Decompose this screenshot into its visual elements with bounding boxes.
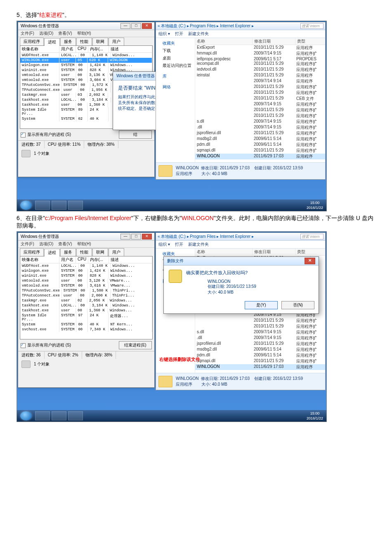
menu-options[interactable]: 选项(O) (39, 241, 53, 247)
tab-network[interactable]: 联网 (92, 38, 108, 45)
file-row[interactable]: 2010/11/21 5:29应用程序扩 (195, 324, 325, 330)
tab-users[interactable]: 用户 (109, 248, 124, 256)
file-row[interactable]: ExtExport2010/11/21 5:29应用程序 (195, 45, 325, 51)
file-row[interactable]: s.dll2009/7/14 9:15应用程序扩 (195, 119, 325, 125)
maximize-button[interactable]: □ (131, 23, 141, 29)
tab-network[interactable]: 联网 (92, 248, 108, 256)
process-row[interactable]: WINLOGON.exeuser05620 KWINLOGON (20, 58, 152, 63)
start-button[interactable] (20, 201, 32, 210)
search-input[interactable]: 搜索 Intern (300, 234, 324, 240)
col-desc[interactable]: 描述 (109, 46, 152, 52)
file-row[interactable]: .dll2009/7/14 9:15应用程序扩 (195, 335, 325, 341)
file-row[interactable]: pdm.dll2009/6/11 5:14应用程序扩 (195, 142, 325, 148)
col-name[interactable]: 名称 (195, 38, 253, 45)
tab-processes[interactable]: 进程 (44, 38, 60, 46)
file-row[interactable]: s.dll2009/7/14 9:15应用程序扩 (195, 330, 325, 335)
file-row[interactable]: msdbg2.dll2009/6/11 5:14应用程序扩 (195, 347, 325, 353)
process-row[interactable]: vmtoolsd.exeSYSTEM003,616 KVMware... (20, 283, 152, 288)
process-row[interactable]: wininit.exeSYSTEM00828 KWindows... (20, 273, 152, 278)
maximize-button[interactable]: □ (131, 234, 141, 240)
process-row[interactable]: SystemSYSTEM0040 KNT Kern... (20, 322, 152, 327)
tab-apps[interactable]: 应用程序 (20, 38, 44, 45)
menu-options[interactable]: 选项(O) (39, 31, 53, 36)
taskbar-item[interactable] (52, 411, 66, 420)
menu-view[interactable]: 查看(V) (58, 31, 72, 36)
menu-help[interactable]: 帮助(H) (77, 241, 91, 247)
tab-users[interactable]: 用户 (109, 38, 124, 45)
process-row[interactable]: vmtoolsd.exeuser003,120 KVMware... (20, 278, 152, 283)
col-cpu[interactable]: CPU (76, 46, 88, 52)
file-row[interactable]: 2010/11/21 5:29应用程序扩 (195, 318, 325, 324)
nav-network[interactable]: 网络 (157, 83, 194, 91)
nav-desktop[interactable]: 桌面 (157, 55, 194, 62)
nav-libraries[interactable]: 库 (157, 73, 194, 80)
col-user[interactable]: 用户名 (59, 46, 76, 52)
file-row[interactable]: hmmapi.dll2009/7/14 9:15应用程序扩 (195, 51, 325, 57)
process-row[interactable]: TPAutoConnSvc.exeSYSTEM001,580 KThinPri.… (20, 288, 152, 293)
tab-processes[interactable]: 进程 (44, 249, 60, 256)
tab-services[interactable]: 服务 (60, 38, 76, 45)
minimize-button[interactable]: — (120, 23, 130, 29)
show-all-checkbox[interactable] (21, 343, 26, 348)
file-row[interactable]: 2010/11/21 5:29应用程序扩 (195, 90, 325, 96)
tray-clock[interactable]: 15:002016/1/22 (303, 411, 326, 421)
file-row[interactable]: jsprofilerui.dll2010/11/21 5:29应用程序扩 (195, 130, 325, 136)
close-button[interactable]: ✕ (142, 23, 152, 29)
menu-file[interactable]: 文件(F) (21, 31, 34, 36)
breadcrumb[interactable]: « 本地磁盘 (C:) ▸ Program Files ▸ Internet E… (158, 23, 254, 29)
organize-button[interactable]: 组织 ▾ (158, 31, 170, 37)
process-row[interactable]: svchost.exeSYSTEM007,340 KWindows... (20, 327, 152, 332)
search-input[interactable]: 搜索 Intern (300, 23, 324, 29)
nav-recent[interactable]: 最近访问的位置 (157, 62, 194, 69)
end-process-button[interactable]: 结束进程(E) (119, 341, 152, 349)
process-row[interactable]: taskhost.exeLOCAL..003,184 KWindows... (20, 303, 152, 308)
open-button[interactable]: 打开 (175, 31, 183, 37)
file-row[interactable]: iedvtool.dll2010/11/21 5:29应用程序扩 (195, 67, 325, 73)
taskbar-item[interactable] (52, 201, 66, 210)
process-row[interactable]: winlogon.exeSYSTEM001,424 KWindows... (20, 268, 152, 273)
file-row[interactable]: pdm.dll2009/6/11 5:14应用程序扩 (195, 353, 325, 358)
menu-view[interactable]: 查看(V) (58, 241, 72, 247)
nav-downloads[interactable]: 下载 (157, 47, 194, 55)
file-row[interactable]: msdbg2.dll2009/6/11 5:14应用程序扩 (195, 136, 325, 142)
minimize-button[interactable]: — (120, 234, 130, 240)
file-row[interactable]: sqmapi.dll2010/11/21 5:29应用程序扩 (195, 358, 325, 364)
file-row[interactable]: .dll2009/7/14 9:15应用程序扩 (195, 125, 325, 130)
taskbar-item[interactable] (68, 201, 83, 210)
file-row[interactable]: 2010/11/21 5:29应用程序扩 (195, 107, 325, 113)
close-button[interactable]: ✕ (142, 234, 152, 240)
file-row[interactable]: sqmapi.dll2010/11/21 5:29应用程序扩 (195, 148, 325, 154)
new-folder-button[interactable]: 新建文件夹 (188, 31, 209, 37)
file-row[interactable]: 2010/11/21 5:29CEB 文件 (195, 96, 325, 102)
nav-favorites[interactable]: 收藏夹 (157, 40, 194, 47)
tab-performance[interactable]: 性能 (76, 248, 92, 256)
taskbar-item[interactable] (68, 411, 83, 420)
menu-help[interactable]: 帮助(H) (77, 31, 91, 36)
process-row[interactable]: System Idle Pr...SYSTEM9724 K处理器... (20, 313, 152, 322)
process-row[interactable]: winlogon.exeSYSTEM001,424 KWindows... (20, 63, 152, 68)
file-row[interactable]: 2010/11/21 5:29应用程序扩 (195, 84, 325, 90)
file-row[interactable]: iecompat.dll2010/11/21 5:29应用程序扩 (195, 61, 325, 67)
col-type[interactable]: 类型 (295, 38, 321, 45)
col-mem[interactable]: 内存(... (88, 46, 109, 52)
open-button[interactable]: 打开 (175, 242, 183, 247)
file-row[interactable]: 2009/7/14 9:14应用程序 (195, 78, 325, 84)
dialog-close-button[interactable]: ✕ (305, 258, 315, 264)
file-row[interactable]: WINLOGON2011/6/29 17:03应用程序 (195, 154, 325, 159)
file-row[interactable]: jsprofilerui.dll2010/11/21 5:29应用程序扩 (195, 341, 325, 347)
end-process-button[interactable]: 结 (119, 130, 152, 139)
yes-button[interactable]: 是(Y) (245, 301, 278, 309)
process-row[interactable]: taskmgr.exeuser022,056 KWindows... (20, 298, 152, 303)
start-button[interactable] (20, 411, 32, 420)
tray-clock[interactable]: 15:002016/1/22 (303, 200, 326, 210)
tab-services[interactable]: 服务 (60, 248, 76, 256)
tab-apps[interactable]: 应用程序 (20, 248, 44, 256)
file-row[interactable]: ie8props.propdesc2009/6/11 5:17PROPDES (195, 57, 325, 61)
taskbar-item[interactable] (35, 201, 50, 210)
process-row[interactable]: taskhost.exeuser001,360 KWindows... (20, 308, 152, 313)
file-row[interactable]: WINLOGON2011/6/29 17:03应用程序 (195, 364, 325, 370)
process-row[interactable]: WUDFHost.exeLOCAL..001,140 KWindows... (20, 53, 152, 58)
file-row[interactable]: ieinstal2010/11/21 5:29应用程序 (195, 73, 325, 78)
breadcrumb[interactable]: « 本地磁盘 (C:) ▸ Program Files ▸ Internet E… (158, 234, 254, 240)
col-date[interactable]: 修改日期 (253, 38, 295, 45)
